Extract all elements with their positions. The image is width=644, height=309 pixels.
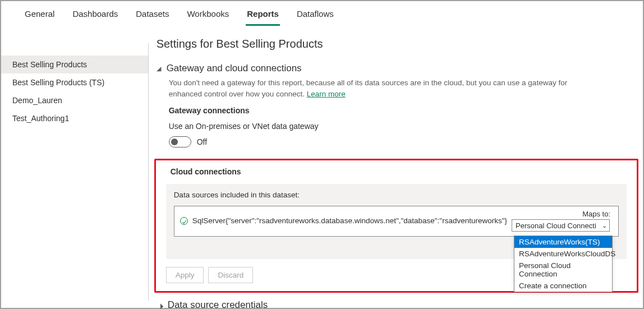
- chevron-right-icon: ◢: [157, 301, 165, 309]
- app-frame: General Dashboards Datasets Workbooks Re…: [0, 0, 644, 309]
- discard-button[interactable]: Discard: [208, 267, 253, 283]
- gateway-toggle[interactable]: [169, 136, 191, 147]
- cloud-connections-heading: Cloud connections: [171, 167, 630, 176]
- panel-label: Data sources included in this dataset:: [174, 191, 619, 199]
- content-area: Best Selling Products Best Selling Produ…: [1, 26, 643, 306]
- tab-general[interactable]: General: [24, 7, 56, 26]
- sidebar-item-test-authoring1[interactable]: Test_Authoring1: [1, 109, 148, 127]
- gateway-section-title: Gateway and cloud connections: [167, 63, 302, 74]
- chevron-down-icon: ◢: [157, 65, 163, 72]
- dropdown-option-rsadventureworks-clouds[interactable]: RSAdventureWorksCloudDS: [514, 248, 612, 260]
- tab-dashboards[interactable]: Dashboards: [71, 7, 119, 26]
- dropdown-option-create-connection[interactable]: Create a connection: [514, 280, 612, 292]
- select-value: Personal Cloud Connecti: [516, 222, 596, 230]
- dropdown-option-personal-cloud-connection[interactable]: Personal Cloud Connection: [514, 260, 612, 280]
- learn-more-link[interactable]: Learn more: [307, 90, 346, 98]
- credentials-title: Data source credentials: [168, 299, 268, 309]
- gateway-desc: You don't need a gateway for this report…: [169, 77, 595, 99]
- main-panel: Settings for Best Selling Products ◢ Gat…: [149, 26, 643, 306]
- top-tabs: General Dashboards Datasets Workbooks Re…: [1, 1, 643, 26]
- gateway-desc-text: You don't need a gateway for this report…: [169, 79, 568, 98]
- maps-to-dropdown: RSAdventureWorks(TS) RSAdventureWorksClo…: [514, 236, 613, 292]
- gateway-section-header[interactable]: ◢ Gateway and cloud connections: [157, 63, 636, 74]
- maps-to-select[interactable]: Personal Cloud Connecti ⌄: [512, 219, 610, 232]
- annotation-highlight: Cloud connections Data sources included …: [154, 159, 638, 293]
- chevron-down-icon: ⌄: [602, 222, 607, 229]
- tab-reports[interactable]: Reports: [246, 7, 280, 26]
- data-sources-panel: Data sources included in this dataset: S…: [166, 184, 627, 259]
- page-title: Settings for Best Selling Products: [157, 38, 636, 50]
- maps-to-group: Maps to: Personal Cloud Connecti ⌄: [512, 210, 613, 232]
- maps-to-label: Maps to:: [582, 210, 613, 218]
- credentials-section-header[interactable]: ◢ Data source credentials: [158, 299, 636, 309]
- toggle-knob: [171, 139, 178, 145]
- tab-datasets[interactable]: Datasets: [135, 7, 170, 26]
- toggle-state-label: Off: [197, 137, 207, 146]
- sidebar-item-best-selling-products-ts[interactable]: Best Selling Products (TS): [1, 73, 148, 91]
- sidebar: Best Selling Products Best Selling Produ…: [1, 26, 148, 306]
- tab-workbooks[interactable]: Workbooks: [186, 7, 230, 26]
- gateway-toggle-row: Off: [169, 136, 636, 147]
- data-source-text: SqlServer{"server":"rsadventureworks.dat…: [192, 216, 507, 226]
- dropdown-option-rsadventureworks-ts[interactable]: RSAdventureWorks(TS): [514, 236, 612, 248]
- sidebar-item-best-selling-products[interactable]: Best Selling Products: [1, 56, 148, 73]
- apply-button[interactable]: Apply: [166, 267, 204, 283]
- success-check-icon: [180, 217, 188, 225]
- tab-dataflows[interactable]: Dataflows: [296, 7, 335, 26]
- sidebar-item-demo-lauren[interactable]: Demo_Lauren: [1, 91, 148, 109]
- onprem-label: Use an On-premises or VNet data gateway: [169, 122, 636, 131]
- data-source-row: SqlServer{"server":"rsadventureworks.dat…: [174, 206, 619, 237]
- gateway-connections-heading: Gateway connections: [169, 106, 636, 115]
